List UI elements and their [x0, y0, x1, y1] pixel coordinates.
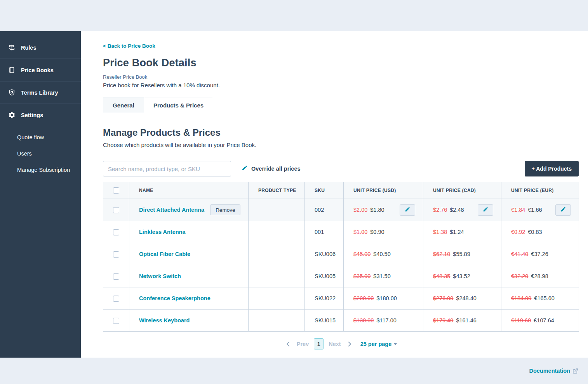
product-name-link[interactable]: Network Switch: [139, 273, 181, 279]
sidebar-item-price-books[interactable]: Price Books: [0, 59, 81, 81]
documentation-link[interactable]: Documentation: [529, 368, 570, 374]
product-type-cell: [249, 265, 305, 287]
original-price: €0.92: [511, 229, 525, 235]
product-name-link[interactable]: Direct Attached Antenna: [139, 207, 204, 213]
chevron-left-icon[interactable]: [285, 341, 292, 348]
original-price: $1.38: [433, 229, 447, 235]
sidebar: RulesPrice BooksTerms LibrarySettings Qu…: [0, 31, 81, 358]
tab-general[interactable]: General: [103, 97, 144, 113]
products-table: NAME PRODUCT TYPE SKU UNIT PRICE (USD) U…: [103, 182, 579, 332]
row-checkbox[interactable]: [113, 229, 119, 235]
row-checkbox[interactable]: [113, 318, 119, 324]
row-select-cell: [103, 287, 129, 310]
search-input[interactable]: [103, 161, 231, 176]
row-select-cell: [103, 199, 129, 221]
column-header-unit-price-usd: UNIT PRICE (USD): [344, 182, 423, 199]
sku-cell: SKU005: [305, 265, 344, 287]
unit-price-cad-cell: $48.35$43.52: [423, 265, 501, 287]
sidebar-item-label: Terms Library: [21, 90, 58, 96]
product-type-cell: [249, 243, 305, 265]
override-price: $0.90: [370, 229, 384, 235]
sidebar-subitem-manage-subscription[interactable]: Manage Subscription: [0, 162, 81, 178]
prev-page-button[interactable]: Prev: [297, 341, 309, 347]
row-select-cell: [103, 265, 129, 287]
original-price: $35.00: [353, 273, 371, 279]
unit-price-cad-cell: $2.76$2.48: [423, 199, 501, 221]
override-price: $1.80: [370, 207, 384, 213]
product-type-cell: [249, 199, 305, 221]
sidebar-subitem-quote-flow[interactable]: Quote flow: [0, 129, 81, 145]
original-price: $276.00: [433, 295, 453, 301]
column-header-sku: SKU: [305, 182, 344, 199]
product-name-cell: Direct Attached AntennaRemove: [129, 199, 249, 221]
product-name-link[interactable]: Linkless Antenna: [139, 229, 186, 235]
pencil-icon: [483, 206, 489, 213]
original-price: €41.40: [511, 251, 528, 257]
sidebar-item-label: Price Books: [21, 67, 54, 73]
row-checkbox[interactable]: [113, 296, 119, 302]
edit-price-button[interactable]: [400, 204, 415, 216]
product-name-cell: Conference Speakerphone: [129, 287, 249, 310]
external-link-icon: [572, 368, 578, 374]
original-price: $45.00: [353, 251, 371, 257]
sidebar-item-rules[interactable]: Rules: [0, 36, 81, 59]
sidebar-subitem-users[interactable]: Users: [0, 145, 81, 162]
product-type-cell: [249, 287, 305, 310]
original-price: $179.40: [433, 317, 453, 323]
product-name-link[interactable]: Optical Fiber Cable: [139, 251, 190, 257]
sidebar-item-terms-library[interactable]: Terms Library: [0, 81, 81, 104]
rules-icon: [8, 44, 16, 52]
override-price: €0.83: [528, 229, 542, 235]
product-name-link[interactable]: Wireless Keyboard: [139, 317, 190, 323]
original-price: $2.00: [353, 207, 367, 213]
next-page-button[interactable]: Next: [329, 341, 341, 347]
original-price: $130.00: [353, 317, 374, 323]
override-price: $161.46: [456, 317, 476, 323]
edit-price-button[interactable]: [478, 204, 493, 216]
price-books-icon: [8, 66, 16, 74]
override-price: $55.89: [453, 251, 470, 257]
pencil-icon: [405, 206, 411, 213]
remove-button[interactable]: Remove: [210, 204, 240, 215]
unit-price-cad-cell: $62.10$55.89: [423, 243, 501, 265]
product-type-cell: [249, 221, 305, 243]
override-price: $248.40: [456, 295, 476, 301]
product-name-link[interactable]: Conference Speakerphone: [139, 295, 210, 301]
unit-price-eur-cell: €184.00€165.60: [501, 287, 579, 310]
unit-price-usd-cell: $35.00$31.50: [344, 265, 423, 287]
column-header-unit-price-eur: UNIT PRICE (EUR): [501, 182, 579, 199]
row-checkbox[interactable]: [113, 251, 119, 258]
per-page-label: 25 per page: [360, 341, 392, 347]
tab-products-and-prices[interactable]: Products & Prices: [144, 97, 213, 113]
current-page-button[interactable]: 1: [314, 338, 324, 349]
edit-price-button[interactable]: [555, 204, 571, 216]
override-price: $1.24: [450, 229, 464, 235]
unit-price-eur-cell: €119.60€107.64: [501, 310, 579, 332]
per-page-select[interactable]: 25 per page: [360, 341, 397, 347]
table-row: Wireless KeyboardSKU015$130.00$117.00$17…: [103, 310, 579, 332]
row-select-cell: [103, 221, 129, 243]
select-all-checkbox[interactable]: [113, 187, 119, 194]
chevron-down-icon: [394, 343, 397, 345]
back-to-price-book-link[interactable]: < Back to Price Book: [103, 43, 155, 49]
override-all-prices-button[interactable]: Override all prices: [242, 165, 301, 173]
sku-cell: SKU022: [305, 287, 344, 310]
row-checkbox[interactable]: [113, 273, 119, 280]
override-price: €37.26: [531, 251, 548, 257]
sidebar-item-settings[interactable]: Settings: [0, 104, 81, 126]
product-name-cell: Wireless Keyboard: [129, 310, 249, 332]
add-products-button[interactable]: + Add Products: [525, 161, 579, 176]
override-price: €1.66: [528, 207, 542, 213]
chevron-right-icon[interactable]: [346, 341, 353, 348]
unit-price-eur-cell: €0.92€0.83: [501, 221, 579, 243]
sku-cell: SKU006: [305, 243, 344, 265]
unit-price-usd-cell: $2.00$1.80: [344, 199, 423, 221]
table-toolbar: Override all prices + Add Products: [103, 161, 579, 176]
row-checkbox[interactable]: [113, 207, 119, 213]
unit-price-cad-cell: $179.40$161.46: [423, 310, 501, 332]
top-navigation-bar: [0, 0, 588, 31]
unit-price-eur-cell: €41.40€37.26: [501, 243, 579, 265]
sku-cell: SKU015: [305, 310, 344, 332]
column-header-unit-price-cad: UNIT PRICE (CAD): [423, 182, 501, 199]
override-price: €165.60: [534, 295, 554, 301]
